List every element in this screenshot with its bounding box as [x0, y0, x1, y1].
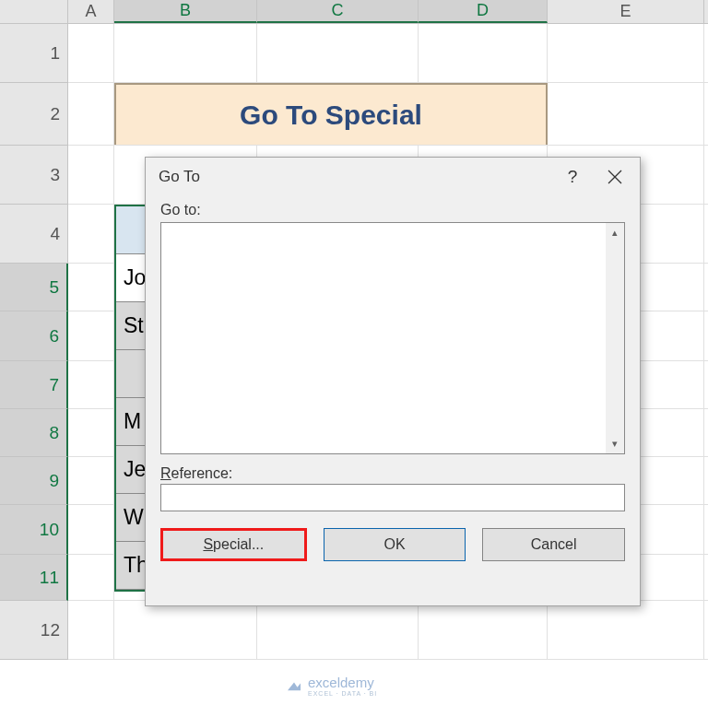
close-button[interactable] [594, 159, 636, 194]
column-headers: A B C D E [0, 0, 708, 24]
row-headers: 1 2 3 4 5 6 7 8 9 10 11 12 [0, 24, 68, 660]
dialog-titlebar[interactable]: Go To ? [146, 158, 640, 196]
col-header-C[interactable]: C [257, 0, 419, 23]
help-button[interactable]: ? [551, 159, 594, 194]
row-header-5[interactable]: 5 [0, 264, 68, 311]
watermark: exceldemy EXCEL · DATA · BI [286, 675, 377, 697]
row-header-12[interactable]: 12 [0, 601, 68, 660]
row-header-2[interactable]: 2 [0, 83, 68, 146]
spreadsheet-grid: A B C D E 1 2 3 4 5 6 7 8 9 10 11 12 [0, 0, 708, 728]
row-header-3[interactable]: 3 [0, 146, 68, 205]
row-header-10[interactable]: 10 [0, 505, 68, 555]
row-header-11[interactable]: 11 [0, 555, 68, 601]
special-button[interactable]: Special... [160, 528, 307, 561]
cancel-button[interactable]: Cancel [482, 528, 625, 561]
reference-input[interactable] [160, 484, 625, 511]
col-header-D[interactable]: D [419, 0, 548, 23]
watermark-text: exceldemy [308, 675, 374, 690]
title-cell[interactable]: Go To Special [114, 83, 548, 145]
scroll-down-icon[interactable]: ▾ [612, 438, 618, 450]
scrollbar[interactable]: ▴ ▾ [606, 223, 624, 453]
reference-label: Reference: [160, 465, 625, 482]
row-header-1[interactable]: 1 [0, 24, 68, 83]
select-all-corner[interactable] [0, 0, 68, 23]
dialog-title-text: Go To [159, 168, 551, 186]
goto-dialog: Go To ? Go to: ▴ ▾ Reference: Special...… [145, 157, 641, 606]
row-header-4[interactable]: 4 [0, 205, 68, 264]
col-header-B[interactable]: B [114, 0, 257, 23]
goto-listbox[interactable]: ▴ ▾ [160, 222, 625, 454]
goto-label: Go to: [160, 202, 625, 218]
scroll-up-icon[interactable]: ▴ [612, 227, 618, 239]
row-header-9[interactable]: 9 [0, 457, 68, 505]
row-header-7[interactable]: 7 [0, 361, 68, 409]
col-header-A[interactable]: A [68, 0, 114, 23]
row-header-6[interactable]: 6 [0, 311, 68, 361]
ok-button[interactable]: OK [324, 528, 466, 561]
watermark-icon [286, 679, 302, 692]
row-header-8[interactable]: 8 [0, 409, 68, 457]
watermark-subtext: EXCEL · DATA · BI [308, 690, 377, 697]
close-icon [608, 170, 622, 184]
col-header-E[interactable]: E [548, 0, 704, 23]
